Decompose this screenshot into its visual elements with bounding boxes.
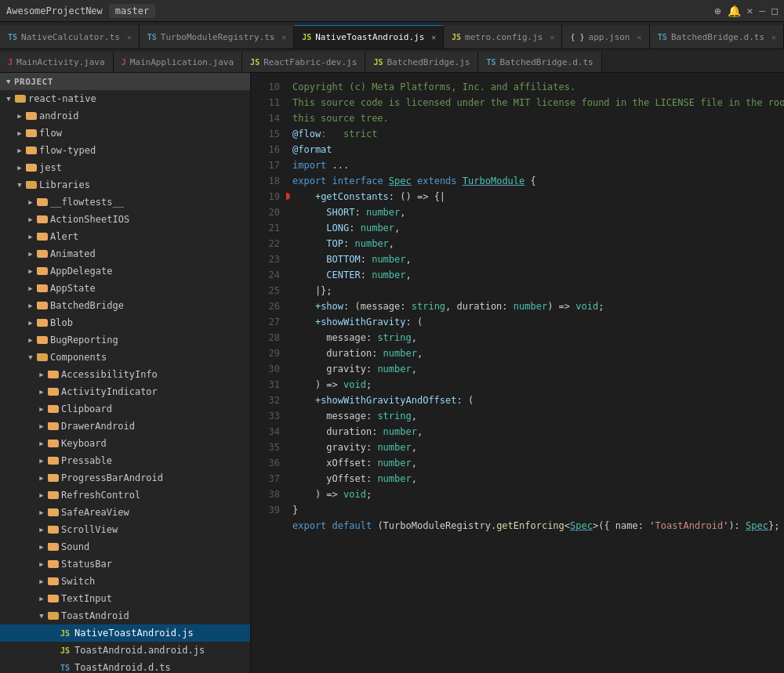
sidebar-item-appstate[interactable]: ▶AppState — [0, 280, 250, 297]
sidebar-item-drawerandroid[interactable]: ▶DrawerAndroid — [0, 418, 250, 435]
sidebar-item-refreshcontrol[interactable]: ▶RefreshControl — [0, 487, 250, 504]
tree-icon-batchedbridge-folder — [36, 300, 50, 311]
sidebar-item-jest[interactable]: ▶jest — [0, 159, 250, 176]
tree-arrow-blob: ▶ — [25, 319, 36, 327]
tree-label-toastandroid-d: ToastAndroid.d.ts — [74, 662, 171, 673]
tab-close-batched-bridge-d[interactable]: ✕ — [771, 33, 776, 42]
code-lines[interactable]: Copyright (c) Meta Platforms, Inc. and a… — [286, 73, 784, 673]
sidebar-item-scrollview[interactable]: ▶ScrollView — [0, 521, 250, 538]
tree-arrow-toastandroid: ▼ — [36, 612, 47, 620]
sidebar-item-react-native[interactable]: ▼react-native — [0, 90, 250, 107]
sidebar-title: PROJECT — [14, 77, 53, 87]
code-line-35: ) => void; — [292, 487, 784, 502]
sidebar-item-blob[interactable]: ▶Blob — [0, 314, 250, 331]
tree-arrow-appdelegate: ▶ — [25, 267, 36, 275]
sidebar-item-keyboard[interactable]: ▶Keyboard — [0, 435, 250, 452]
sidebar-item-bugreporting[interactable]: ▶BugReporting — [0, 331, 250, 349]
tree-label-accessibilityinfo: AccessibilityInfo — [61, 369, 158, 380]
tab-close-app-json[interactable]: ✕ — [637, 33, 642, 42]
sidebar-item-safeareaview[interactable]: ▶SafeAreaView — [0, 504, 250, 521]
tree-icon-components — [36, 352, 50, 363]
editor-area: 1011141516171819202122232425262728293031… — [251, 73, 784, 673]
tab-batchedbridge-d[interactable]: TS BatchedBridge.d.ts — [478, 52, 601, 72]
sidebar-item-textinput[interactable]: ▶TextInput — [0, 590, 250, 607]
sidebar-item-toastandroid-android[interactable]: JSToastAndroid.android.js — [0, 642, 250, 659]
sidebar-item-batchedbridge-folder[interactable]: ▶BatchedBridge — [0, 297, 250, 314]
tab-close-metro[interactable]: ✕ — [550, 33, 554, 42]
tree-label-sound: Sound — [61, 541, 89, 552]
tab-reactfabric[interactable]: JS ReactFabric-dev.js — [242, 52, 365, 72]
tree-icon-flow-typed — [25, 145, 39, 156]
minimize-icon[interactable]: — — [759, 5, 765, 16]
sidebar-item-toastandroid-d[interactable]: TSToastAndroid.d.ts — [0, 659, 250, 673]
tree-arrow-actionsheetios: ▶ — [25, 215, 36, 223]
tab-app-json[interactable]: { } app.json ✕ — [562, 25, 649, 49]
tree-arrow-android: ▶ — [14, 112, 25, 120]
sidebar-item-activityindicator[interactable]: ▶ActivityIndicator — [0, 383, 250, 400]
sidebar-item-clipboard[interactable]: ▶Clipboard — [0, 400, 250, 418]
sidebar-item-appdelegate[interactable]: ▶AppDelegate — [0, 262, 250, 280]
tree-label-jest: jest — [39, 162, 62, 173]
sidebar: ▼ PROJECT ▼react-native▶android▶flow▶flo… — [0, 73, 251, 673]
tab-metro-config[interactable]: JS metro.config.js ✕ — [444, 25, 562, 49]
tab-native-calculator[interactable]: TS NativeCalculator.ts ✕ — [0, 25, 140, 49]
sidebar-item-accessibilityinfo[interactable]: ▶AccessibilityInfo — [0, 366, 250, 383]
sidebar-header[interactable]: ▼ PROJECT — [0, 73, 250, 90]
add-icon[interactable]: ⊕ — [714, 5, 720, 17]
code-line-17: SHORT: number, — [292, 204, 784, 220]
tree-arrow-safeareaview: ▶ — [36, 508, 47, 516]
branch-button[interactable]: master — [109, 4, 155, 18]
sidebar-item-actionsheetios[interactable]: ▶ActionSheetIOS — [0, 211, 250, 228]
tree-arrow-switch: ▶ — [36, 577, 47, 585]
bell-icon[interactable]: 🔔 — [728, 5, 741, 17]
code-line-20: BOTTOM: number, — [292, 251, 784, 267]
line-num-display: 10 — [251, 79, 280, 95]
tree-icon-toastandroid — [47, 610, 61, 621]
sidebar-item-components[interactable]: ▼Components — [0, 349, 250, 366]
tab-close-native-toast[interactable]: ✕ — [431, 33, 436, 42]
sidebar-item-flow[interactable]: ▶flow — [0, 125, 250, 142]
sidebar-item-animated[interactable]: ▶Animated — [0, 245, 250, 262]
sidebar-item-progressbarandroid[interactable]: ▶ProgressBarAndroid — [0, 469, 250, 487]
sidebar-item-android[interactable]: ▶android — [0, 107, 250, 125]
sidebar-item-flowtests[interactable]: ▶__flowtests__ — [0, 194, 250, 211]
tab-native-toast-android[interactable]: JS NativeToastAndroid.js ✕ — [294, 25, 444, 49]
tab-batchedbridge[interactable]: JS BatchedBridge.js — [365, 52, 478, 72]
sidebar-item-flow-typed[interactable]: ▶flow-typed — [0, 142, 250, 159]
sidebar-item-switch[interactable]: ▶Switch — [0, 573, 250, 590]
code-display-line: this source tree. — [292, 110, 784, 126]
sidebar-item-pressable[interactable]: ▶Pressable — [0, 452, 250, 469]
tab-batched-bridge-d[interactable]: TS BatchedBridge.d.ts ✕ — [650, 25, 784, 49]
tree-arrow-textinput: ▶ — [36, 595, 47, 602]
sidebar-item-toastandroid[interactable]: ▼ToastAndroid — [0, 607, 250, 624]
maximize-icon[interactable]: □ — [771, 5, 778, 16]
tree-icon-refreshcontrol — [47, 490, 61, 501]
tab-close-turbomodule[interactable]: ✕ — [281, 33, 286, 42]
sidebar-item-libraries[interactable]: ▼Libraries — [0, 176, 250, 194]
tree-icon-drawerandroid — [47, 421, 61, 432]
tab-close-native-calculator[interactable]: ✕ — [127, 33, 132, 42]
tree-arrow-flowtests: ▶ — [25, 198, 36, 206]
tree-icon-flowtests — [36, 197, 50, 208]
line-num-display: 36 — [251, 455, 280, 471]
sidebar-item-alert[interactable]: ▶Alert — [0, 228, 250, 245]
tree-label-bugreporting: BugReporting — [50, 335, 118, 346]
tree-label-progressbarandroid: ProgressBarAndroid — [61, 472, 163, 483]
sidebar-item-nativetoastandroid-file[interactable]: JSNativeToastAndroid.js — [0, 624, 250, 642]
tree-label-flow: flow — [39, 128, 62, 139]
tab-mainactivity[interactable]: J MainActivity.java — [0, 52, 114, 72]
tab-bar-row2: J MainActivity.java J MainApplication.ja… — [0, 49, 784, 73]
tab-mainapplication[interactable]: J MainApplication.java — [114, 52, 242, 72]
tree-icon-progressbarandroid — [47, 472, 61, 483]
tab-turbomodule[interactable]: TS TurboModuleRegistry.ts ✕ — [140, 25, 294, 49]
tree-label-blob: Blob — [50, 317, 73, 328]
line-num-display: 15 — [251, 126, 280, 142]
code-display-line: @format — [292, 142, 784, 157]
close-icon[interactable]: ✕ — [747, 5, 753, 16]
tree-icon-actionsheetios — [36, 214, 50, 225]
tree-arrow-refreshcontrol: ▶ — [36, 491, 47, 499]
code-line-30: message: string, — [292, 408, 784, 424]
sidebar-item-statusbar[interactable]: ▶StatusBar — [0, 555, 250, 573]
sidebar-item-sound[interactable]: ▶Sound — [0, 538, 250, 555]
code-content[interactable]: 1011141516171819202122232425262728293031… — [251, 73, 784, 673]
